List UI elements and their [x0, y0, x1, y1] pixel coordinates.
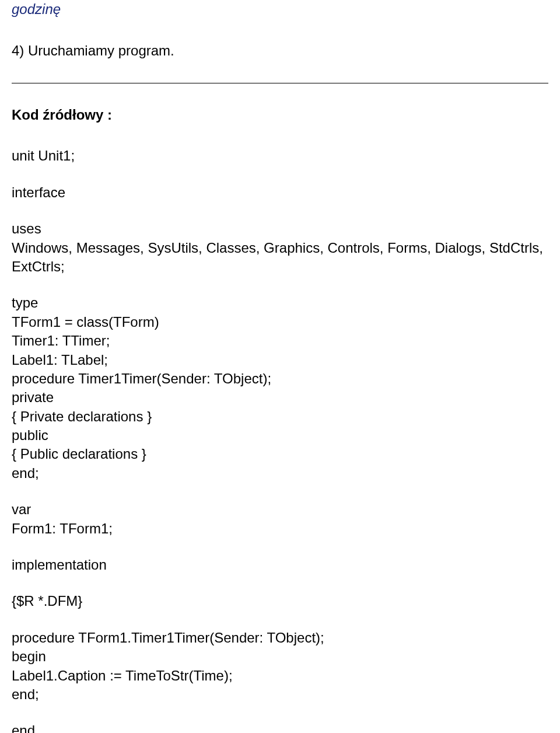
code-comment-text: godzinę	[12, 0, 548, 18]
source-code-heading: Kod źródłowy :	[12, 107, 548, 123]
document-page: godzinę 4) Uruchamiamy program. Kod źród…	[0, 0, 560, 733]
code-uses-block: uses Windows, Messages, SysUtils, Classe…	[12, 219, 548, 276]
code-resource-directive: {$R *.DFM}	[12, 592, 548, 610]
code-end-line: end.	[12, 721, 548, 733]
code-implementation-line: implementation	[12, 556, 548, 574]
code-unit-line: unit Unit1;	[12, 146, 548, 165]
code-type-block: type TForm1 = class(TForm) Timer1: TTime…	[12, 294, 548, 483]
code-procedure-block: procedure TForm1.Timer1Timer(Sender: TOb…	[12, 629, 548, 704]
code-var-block: var Form1: TForm1;	[12, 500, 548, 538]
section-divider	[12, 83, 548, 83]
code-interface-line: interface	[12, 183, 548, 202]
step-4-text: 4) Uruchamiamy program.	[12, 41, 548, 60]
